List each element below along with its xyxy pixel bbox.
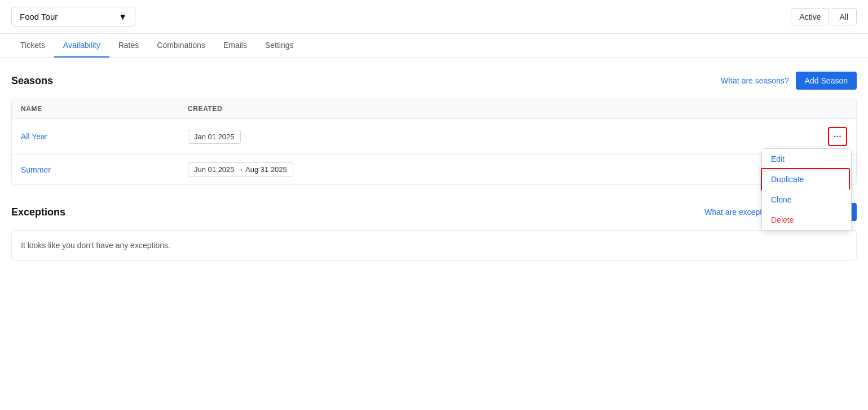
date-badge-all-year: Jan 01 2025 [188, 130, 241, 144]
tab-emails[interactable]: Emails [214, 34, 256, 58]
page-header: Food Tour ▼ Active All [0, 0, 868, 34]
season-date-all-year: Jan 01 2025 [188, 130, 804, 144]
all-button[interactable]: All [831, 8, 857, 25]
chevron-down-icon: ▼ [118, 12, 127, 21]
col-actions [813, 105, 847, 113]
seasons-table: NAME CREATED All Year Jan 01 2025 ··· Ed… [11, 99, 857, 185]
season-name-all-year[interactable]: All Year [21, 132, 179, 141]
seasons-title: Seasons [11, 75, 53, 87]
tab-settings[interactable]: Settings [256, 34, 303, 58]
col-name: NAME [21, 105, 179, 113]
main-content: Seasons What are seasons? Add Season NAM… [0, 58, 868, 274]
season-date-summer: Jun 01 2025 → Aug 31 2025 [188, 162, 804, 177]
exceptions-empty-state: It looks like you don't have any excepti… [11, 230, 857, 261]
add-season-button[interactable]: Add Season [796, 72, 857, 90]
dropdown-edit[interactable]: Edit [762, 149, 851, 169]
seasons-actions: What are seasons? Add Season [721, 72, 857, 90]
dropdown-duplicate[interactable]: Duplicate [761, 168, 850, 191]
tab-rates[interactable]: Rates [109, 34, 148, 58]
dropdown-menu: Edit Duplicate Clone Delete [761, 148, 852, 231]
active-button[interactable]: Active [791, 8, 829, 25]
exceptions-section-header: Exceptions What are exceptions? Add Exce… [11, 203, 857, 221]
exceptions-section: Exceptions What are exceptions? Add Exce… [11, 203, 857, 261]
more-actions-button-all-year[interactable]: ··· [828, 127, 847, 146]
nav-tabs: Tickets Availability Rates Combinations … [0, 34, 868, 58]
seasons-section-header: Seasons What are seasons? Add Season [11, 72, 857, 90]
col-created: CREATED [188, 105, 804, 113]
tour-selector[interactable]: Food Tour ▼ [11, 7, 135, 27]
date-badge-summer: Jun 01 2025 → Aug 31 2025 [188, 162, 293, 177]
table-header-row: NAME CREATED [12, 99, 856, 119]
tab-combinations[interactable]: Combinations [148, 34, 214, 58]
header-right: Active All [791, 8, 857, 25]
action-col-all-year: ··· Edit Duplicate Clone Delete [813, 127, 847, 146]
tour-name: Food Tour [20, 12, 58, 21]
dropdown-clone[interactable]: Clone [762, 189, 851, 210]
table-row: Summer Jun 01 2025 → Aug 31 2025 [12, 155, 856, 184]
exceptions-title: Exceptions [11, 206, 65, 218]
tab-tickets[interactable]: Tickets [11, 34, 54, 58]
what-are-seasons-link[interactable]: What are seasons? [721, 76, 789, 85]
exceptions-empty-message: It looks like you don't have any excepti… [21, 241, 170, 250]
dropdown-delete[interactable]: Delete [762, 210, 851, 230]
table-row: All Year Jan 01 2025 ··· Edit Duplicate … [12, 119, 856, 155]
season-name-summer[interactable]: Summer [21, 165, 179, 174]
tab-availability[interactable]: Availability [54, 34, 109, 58]
